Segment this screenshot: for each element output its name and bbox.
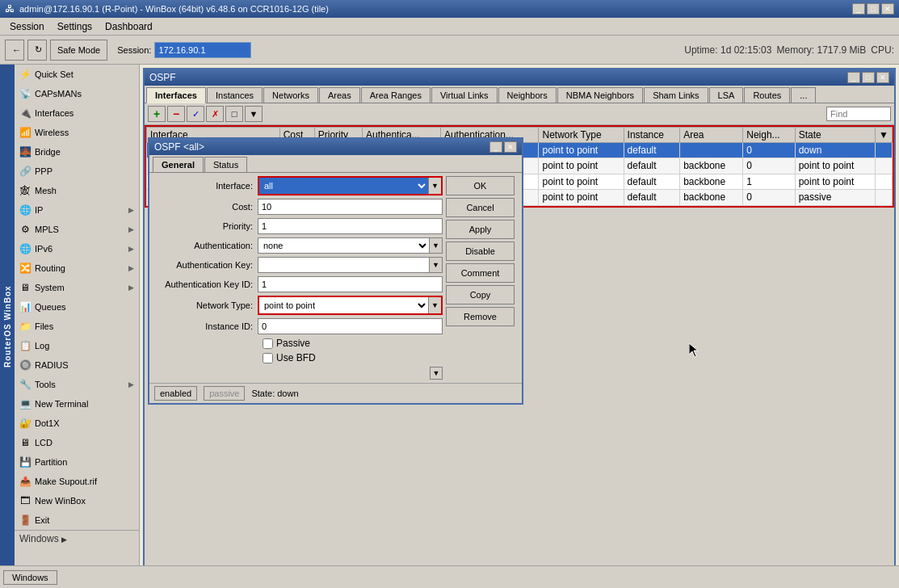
taskbar-windows-btn[interactable]: Windows (3, 570, 57, 585)
win-close-btn[interactable]: ✕ (876, 72, 889, 83)
sidebar-item-capsman[interactable]: 📡 CAPsMANs (15, 84, 139, 103)
tab-networks[interactable]: Networks (263, 87, 318, 103)
auth-key-dropdown-btn[interactable]: ▼ (430, 257, 443, 273)
remove-btn[interactable]: − (167, 106, 185, 122)
sidebar-item-label: Wireless (35, 128, 134, 137)
network-type-label: Network Type: (153, 300, 258, 310)
tab-area-ranges[interactable]: Area Ranges (361, 87, 431, 103)
priority-input[interactable] (258, 218, 443, 234)
sidebar-item-partition[interactable]: 💾 Partition (15, 452, 139, 472)
sidebar-item-label: Files (35, 321, 134, 331)
passive-checkbox[interactable] (263, 338, 273, 349)
safe-mode-btn[interactable]: Safe Mode (50, 40, 107, 61)
sidebar-item-new-winbox[interactable]: 🗔 New WinBox (15, 491, 139, 510)
sidebar-item-tools[interactable]: 🔧 Tools ▶ (15, 375, 139, 394)
sidebar-item-queues[interactable]: 📊 Queues (15, 297, 139, 317)
win-restore-btn[interactable]: □ (862, 72, 875, 83)
dialog-minimize-btn[interactable]: _ (489, 141, 502, 153)
use-bfd-checkbox[interactable] (263, 353, 273, 363)
windows-section[interactable]: Windows ▶ (15, 530, 139, 546)
tab-lsa[interactable]: LSA (709, 87, 744, 103)
auth-key-id-input[interactable] (258, 276, 443, 292)
sidebar-item-lcd[interactable]: 🖥 LCD (15, 433, 139, 452)
copy-button[interactable]: Copy (446, 285, 515, 304)
tab-neighbors[interactable]: Neighbors (498, 87, 557, 103)
sidebar-item-dot1x[interactable]: 🔐 Dot1X (15, 414, 139, 433)
sidebar-item-interfaces[interactable]: 🔌 Interfaces (15, 103, 139, 123)
sidebar-item-exit[interactable]: 🚪 Exit (15, 510, 139, 530)
tab-interfaces[interactable]: Interfaces (146, 87, 206, 103)
add-btn[interactable]: + (148, 106, 166, 122)
dialog-buttons: OK Cancel Apply Disable Comment Copy Rem… (446, 176, 519, 380)
win-minimize-btn[interactable]: _ (847, 72, 860, 83)
instance-id-input[interactable] (258, 318, 443, 334)
sidebar-item-ipv6[interactable]: 🌐 IPv6 ▶ (15, 239, 139, 258)
toolbar-back-btn[interactable]: ← (5, 40, 24, 61)
dialog-tab-status[interactable]: Status (204, 157, 247, 172)
filter-btn[interactable]: ▼ (245, 106, 263, 122)
sidebar-item-mesh[interactable]: 🕸 Mesh (15, 181, 139, 200)
sidebar-item-wireless[interactable]: 📶 Wireless (15, 123, 139, 142)
auth-select[interactable]: none simple md5 (258, 237, 430, 254)
disable-button[interactable]: Disable (446, 242, 515, 261)
apply-button[interactable]: Apply (446, 220, 515, 239)
toolbar-refresh-btn[interactable]: ↻ (27, 40, 47, 61)
ok-button[interactable]: OK (446, 176, 515, 195)
tab-virtual-links[interactable]: Virtual Links (431, 87, 498, 103)
minimize-btn[interactable]: _ (852, 3, 865, 15)
ospf-toolbar: + − ✓ ✗ □ ▼ (145, 103, 894, 125)
sidebar-item-files[interactable]: 📁 Files (15, 317, 139, 336)
window-controls[interactable]: _ □ ✕ (852, 3, 894, 15)
cell-area: backbone (680, 158, 743, 174)
sidebar-item-routing[interactable]: 🔀 Routing ▶ (15, 258, 139, 278)
tab-nbma-neighbors[interactable]: NBMA Neighbors (557, 87, 643, 103)
tab-instances[interactable]: Instances (207, 87, 263, 103)
maximize-btn[interactable]: □ (867, 3, 880, 15)
delete-btn[interactable]: ✗ (206, 106, 224, 122)
tab-areas[interactable]: Areas (319, 87, 360, 103)
sidebar-item-ip[interactable]: 🌐 IP ▶ (15, 200, 139, 220)
auth-dropdown-btn[interactable]: ▼ (430, 237, 443, 254)
copy-btn[interactable]: □ (225, 106, 243, 122)
ipv6-icon: 🌐 (19, 243, 31, 254)
tab-more[interactable]: ... (791, 87, 816, 103)
network-type-dropdown-btn[interactable]: ▼ (428, 297, 441, 313)
sidebar-item-mpls[interactable]: ⚙ MPLS ▶ (15, 220, 139, 239)
cost-input[interactable] (258, 199, 443, 215)
sidebar-item-bridge[interactable]: 🌉 Bridge (15, 142, 139, 162)
cancel-button[interactable]: Cancel (446, 198, 515, 217)
sidebar-item-label: New Terminal (35, 399, 134, 409)
col-dropdown[interactable]: ▼ (876, 128, 893, 143)
sidebar-item-log[interactable]: 📋 Log (15, 336, 139, 355)
auth-key-input[interactable] (258, 257, 430, 273)
dialog-form: Interface: all ▼ Cost: (153, 176, 443, 380)
use-bfd-label: Use BFD (276, 352, 316, 363)
interface-select-wrapper[interactable]: all ▼ (258, 176, 443, 195)
network-type-select[interactable]: point to point broadcast nbma point to m… (259, 297, 428, 313)
dialog-close-btn[interactable]: ✕ (504, 141, 517, 153)
menu-session[interactable]: Session (3, 19, 51, 34)
close-btn[interactable]: ✕ (881, 3, 894, 15)
ospf-title: OSPF (149, 72, 176, 83)
sidebar-item-system[interactable]: 🖥 System ▶ (15, 278, 139, 297)
tab-routes[interactable]: Routes (744, 87, 790, 103)
menu-settings[interactable]: Settings (51, 19, 99, 34)
interface-dropdown-btn[interactable]: ▼ (428, 178, 441, 194)
session-input[interactable] (154, 42, 251, 58)
comment-button[interactable]: Comment (446, 263, 515, 283)
find-input[interactable] (826, 107, 891, 121)
col-instance: Instance (624, 128, 680, 143)
sidebar-item-new-terminal[interactable]: 💻 New Terminal (15, 394, 139, 414)
scroll-down-btn[interactable]: ▼ (430, 367, 443, 380)
edit-btn[interactable]: ✓ (187, 106, 204, 122)
remove-button[interactable]: Remove (446, 307, 515, 326)
interface-select[interactable]: all (259, 178, 428, 194)
menu-dashboard[interactable]: Dashboard (99, 19, 159, 34)
sidebar-item-radius[interactable]: 🔘 RADIUS (15, 355, 139, 375)
sidebar-item-ppp[interactable]: 🔗 PPP (15, 162, 139, 181)
tab-sham-links[interactable]: Sham Links (644, 87, 708, 103)
sidebar-item-make-supout[interactable]: 📤 Make Supout.rif (15, 472, 139, 491)
network-type-wrapper[interactable]: point to point broadcast nbma point to m… (258, 296, 443, 315)
dialog-tab-general[interactable]: General (153, 157, 204, 172)
sidebar-item-quickset[interactable]: ⚡ Quick Set (15, 65, 139, 84)
